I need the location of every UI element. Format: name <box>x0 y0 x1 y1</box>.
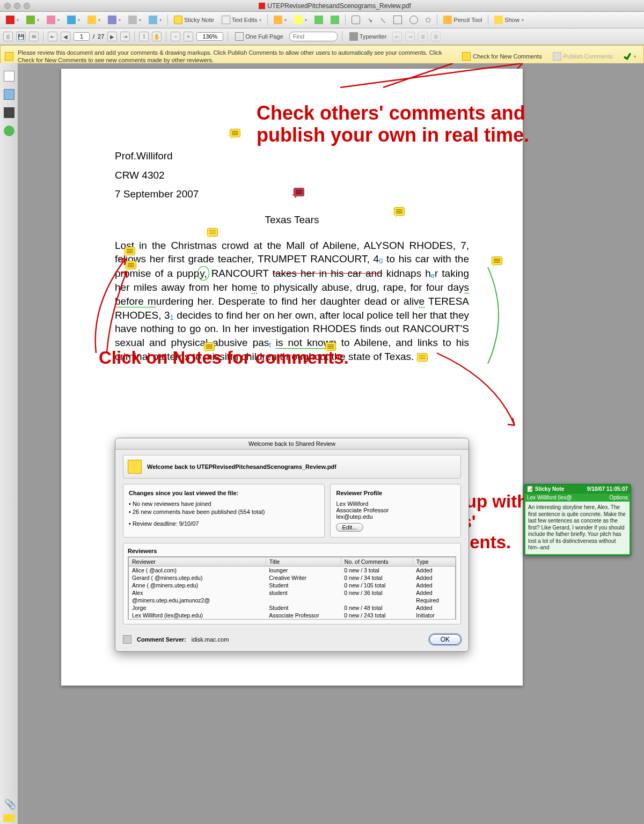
review-options-button[interactable] <box>620 51 639 62</box>
cloud-button[interactable] <box>349 14 363 26</box>
sticky-note-icon[interactable] <box>492 256 502 265</box>
traffic-lights[interactable] <box>4 3 30 9</box>
print-button[interactable]: ⎙ <box>3 32 13 41</box>
publish-comments-button[interactable]: Publish Comments <box>550 50 616 62</box>
tool-envelope[interactable] <box>64 14 83 26</box>
reviewers-scroll[interactable]: Reviewer Title No. of Comments Type Alic… <box>128 556 456 620</box>
first-page-button[interactable]: ⇤ <box>48 32 57 41</box>
bookmarks-panel-icon[interactable] <box>4 89 14 100</box>
select-tool[interactable]: I <box>139 32 149 41</box>
col-title[interactable]: Title <box>266 557 341 566</box>
stamp-button[interactable] <box>271 14 289 26</box>
dialog-title: Welcome back to Shared Review <box>115 438 469 450</box>
save-button[interactable]: 💾 <box>16 32 26 41</box>
indent-left: ⇤ <box>392 32 402 41</box>
sticky-note-icon[interactable] <box>207 228 218 237</box>
annotation-text: Check others' comments and publish your … <box>257 102 536 146</box>
email-button[interactable]: ✉ <box>29 32 39 41</box>
note-options[interactable]: Options <box>610 495 628 501</box>
ok-button[interactable]: OK <box>429 634 461 645</box>
review-icon <box>5 52 13 61</box>
tool-export[interactable] <box>44 14 62 26</box>
check-comments-button[interactable]: Check for New Comments <box>459 50 545 62</box>
col-comments[interactable]: No. of Comments <box>341 557 413 566</box>
edit-button[interactable]: Edit... <box>336 523 363 532</box>
tool-sign[interactable] <box>105 14 123 26</box>
sticky-note-icon[interactable] <box>126 261 136 269</box>
sticky-note-popup[interactable]: 📝 Sticky Note9/10/07 11:05:07 Lex Willif… <box>524 484 631 556</box>
table-row[interactable]: @miners.utep.edu,jamunoz2@Required <box>129 597 456 604</box>
table-row[interactable]: Alexstudent0 new / 36 totalAdded <box>129 589 456 597</box>
check-icon <box>624 53 631 60</box>
note-type: Sticky Note <box>535 486 564 492</box>
review-icon <box>128 460 142 474</box>
one-full-page-button[interactable]: One Full Page <box>232 31 286 42</box>
typewriter-button[interactable]: Typewriter <box>347 31 390 42</box>
list-bullet: ≣ <box>418 32 428 41</box>
list-item: Review deadline: 9/10/07 <box>129 520 319 527</box>
rect-button[interactable] <box>391 14 405 26</box>
comments-tray-icon[interactable] <box>3 814 15 822</box>
welcome-box: Welcome back to UTEPRevisedPitchesandSce… <box>123 455 461 479</box>
sticky-note-icon[interactable] <box>125 247 135 255</box>
profile-title: Associate Professor <box>336 507 455 513</box>
changes-heading: Changes since you last viewed the file: <box>129 490 319 496</box>
page-area[interactable]: Prof.Williford CRW 4302 7 September 2007… <box>18 63 644 824</box>
text-edits-button[interactable]: Text Edits <box>219 14 265 26</box>
tool-forms[interactable] <box>126 14 144 26</box>
signatures-panel-icon[interactable] <box>4 107 14 118</box>
server-icon <box>123 635 131 644</box>
profile-panel: Reviewer Profile Lex Williford Associate… <box>330 484 461 538</box>
next-page-button[interactable]: ▶ <box>107 32 117 41</box>
server-label: Comment Server: <box>137 636 186 643</box>
indent-right: ⇥ <box>405 32 415 41</box>
tool-review[interactable] <box>146 14 164 26</box>
polygon-button[interactable]: ⬠ <box>423 15 434 25</box>
prev-page-button[interactable]: ◀ <box>61 32 70 41</box>
help-icon[interactable] <box>4 126 14 136</box>
col-reviewer[interactable]: Reviewer <box>129 557 266 566</box>
show-button[interactable]: Show <box>492 14 526 26</box>
reviewers-heading: Reviewers <box>128 548 456 554</box>
doc-course: CRW 4302 <box>115 168 469 182</box>
zoom-out-button[interactable]: − <box>171 32 180 41</box>
find-input[interactable] <box>289 32 338 41</box>
sticky-note-icon[interactable] <box>394 207 405 216</box>
zoom-in-button[interactable]: ＋ <box>184 32 193 41</box>
table-row[interactable]: Lex Williford (lex@utep.edu)Associate Pr… <box>129 612 456 620</box>
hand-tool[interactable]: ✋ <box>152 32 162 41</box>
table-row[interactable]: Gerard ( @miners.utep.edu)Creative Write… <box>129 574 456 582</box>
last-page-button[interactable]: ⇥ <box>120 32 130 41</box>
col-type[interactable]: Type <box>413 557 455 566</box>
tool-secure[interactable] <box>85 14 103 26</box>
tool-create-pdf[interactable] <box>3 14 21 26</box>
doc-paragraph: Lost in the Christmas crowd at the Mall … <box>115 239 469 364</box>
sticky-note-icon[interactable] <box>230 129 240 137</box>
arrow-shape-button[interactable]: ↘ <box>365 15 375 25</box>
table-row[interactable]: Anne ( @miners.utep.edu)Student0 new / 1… <box>129 582 456 589</box>
annotation-text: Click on Notes for comments. <box>99 348 349 368</box>
toolbar-annotate: Sticky Note Text Edits ↘ ＼ ⬠ Pencil Tool… <box>0 12 644 28</box>
table-row[interactable]: Alice ( @aol.com)lounger0 new / 3 totalA… <box>129 566 456 575</box>
review-message: Please review this document and add your… <box>18 49 455 64</box>
pages-panel-icon[interactable] <box>4 71 14 82</box>
reviewers-panel: Reviewers Reviewer Title No. of Comments… <box>123 543 461 624</box>
sticky-note-icon[interactable] <box>417 353 428 362</box>
tool-combine[interactable] <box>24 14 42 26</box>
textbox-button[interactable] <box>328 14 342 26</box>
pencil-tool-button[interactable]: Pencil Tool <box>441 14 485 26</box>
table-row[interactable]: JorgeStudent0 new / 48 totalAdded <box>129 604 456 612</box>
zoom-input[interactable] <box>196 32 223 41</box>
sticky-note-button[interactable]: Sticky Note <box>171 14 217 26</box>
attachments-icon[interactable]: 📎 <box>4 798 16 810</box>
page-number-input[interactable] <box>74 32 90 41</box>
page-sep: / <box>93 33 94 40</box>
oval-button[interactable] <box>407 14 421 26</box>
sticky-note-icon[interactable] <box>294 188 304 196</box>
highlight-button[interactable] <box>291 14 310 26</box>
shared-review-dialog: Welcome back to Shared Review Welcome ba… <box>115 438 469 652</box>
line-button[interactable]: ＼ <box>377 14 389 26</box>
note-author: Lex Williford (lex@ <box>527 495 572 501</box>
callout-button[interactable] <box>312 14 326 26</box>
profile-heading: Reviewer Profile <box>336 490 455 496</box>
